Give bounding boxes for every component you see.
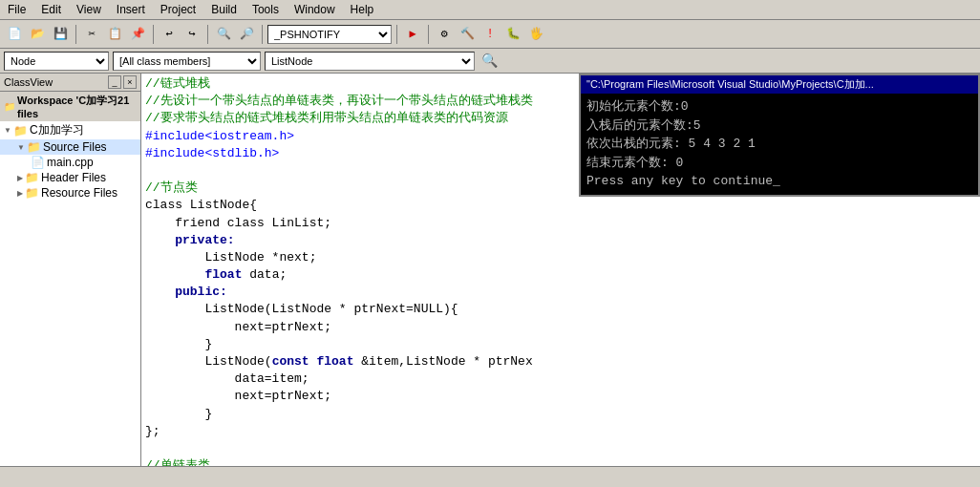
code-line-9: friend class LinList;: [145, 215, 976, 232]
code-line-8: class ListNode{: [145, 197, 976, 214]
sep1: [75, 25, 76, 44]
terminal-line-3: 依次出栈的元素: 5 4 3 2 1: [586, 135, 972, 154]
tree-header-files[interactable]: ▶ 📁 Header Files: [0, 170, 140, 185]
debug-btn[interactable]: 🐛: [502, 24, 523, 45]
tree-source-files[interactable]: ▼ 📁 Source Files: [0, 139, 140, 155]
copy-btn[interactable]: 📋: [104, 24, 125, 45]
terminal-content: 初始化元素个数:0 入栈后的元素个数:5 依次出栈的元素: 5 4 3 2 1 …: [581, 94, 978, 195]
menu-project[interactable]: Project: [157, 2, 200, 17]
sidebar: ClassView _ × 📁 Workspace 'C加学习21 files …: [0, 74, 141, 486]
terminal-line-1: 初始化元素个数:0: [586, 97, 972, 116]
terminal-line-5: Press any key to continue_: [586, 172, 972, 191]
toolbar: 📄 📂 💾 ✂ 📋 📌 ↩ ↪ 🔍 🔎 _PSHNOTIFY ▶ ⚙ 🔨 ! 🐛…: [0, 20, 980, 49]
menu-insert[interactable]: Insert: [113, 2, 149, 17]
menu-window[interactable]: Window: [290, 2, 339, 17]
code-line-10: private:: [145, 232, 976, 249]
terminal-line-2: 入栈后的元素个数:5: [586, 116, 972, 136]
sidebar-header: ClassView _ ×: [0, 74, 140, 92]
paste-btn[interactable]: 📌: [127, 24, 148, 45]
code-line-14: ListNode(ListNode * ptrNext=NULL){: [145, 301, 976, 318]
members-combo[interactable]: [All class members]: [113, 52, 261, 71]
find-btn[interactable]: 🔍: [213, 24, 234, 45]
code-line-22: [145, 440, 976, 457]
buildall-btn[interactable]: !: [479, 24, 501, 45]
menu-view[interactable]: View: [73, 2, 105, 17]
menu-file[interactable]: File: [4, 2, 30, 17]
sep5: [396, 25, 397, 44]
tree-resource-files[interactable]: ▶ 📁 Resource Files: [0, 185, 140, 201]
sep4: [262, 25, 263, 44]
hand-btn[interactable]: 🖐: [525, 24, 546, 45]
menu-help[interactable]: Help: [347, 2, 378, 17]
workspace-title: Workspace 'C加学习21 files: [17, 94, 137, 119]
new-btn[interactable]: 📄: [4, 24, 25, 45]
header-files-label: Header Files: [41, 171, 106, 184]
menu-tools[interactable]: Tools: [248, 2, 283, 17]
tree-project-label: C加加学习: [30, 122, 84, 138]
tree-main-cpp[interactable]: 📄 main.cpp: [0, 155, 140, 170]
sep2: [153, 25, 154, 44]
node-combo[interactable]: Node: [4, 52, 109, 71]
sep3: [207, 25, 208, 44]
pshnotify-combo[interactable]: _PSHNOTIFY: [267, 25, 392, 44]
terminal-window: "C:\Program Files\Microsoft Visual Studi…: [579, 74, 980, 197]
code-line-16: }: [145, 336, 976, 353]
terminal-line-4: 结束元素个数: 0: [586, 154, 972, 173]
sidebar-close-btn[interactable]: ×: [123, 75, 137, 89]
terminal-title: "C:\Program Files\Microsoft Visual Studi…: [586, 77, 874, 92]
menubar: File Edit View Insert Project Build Tool…: [0, 0, 980, 20]
code-line-18: data=item;: [145, 371, 976, 388]
tree-project[interactable]: ▼ 📁 C加加学习: [0, 121, 140, 139]
code-line-12: float data;: [145, 266, 976, 284]
code-line-15: next=ptrNext;: [145, 319, 976, 336]
find2-btn[interactable]: 🔎: [236, 24, 257, 45]
code-editor[interactable]: //链式堆栈 //先设计一个带头结点的单链表类，再设计一个带头结点的链式堆栈类 …: [141, 74, 980, 486]
menu-build[interactable]: Build: [207, 2, 241, 17]
save-btn[interactable]: 💾: [50, 24, 71, 45]
build-btn[interactable]: 🔨: [457, 24, 478, 45]
redo-btn[interactable]: ↪: [181, 24, 202, 45]
workspace-label: 📁 Workspace 'C加学习21 files: [0, 92, 140, 121]
terminal-titlebar: "C:\Program Files\Microsoft Visual Studi…: [581, 75, 978, 94]
undo-btn[interactable]: ↩: [159, 24, 180, 45]
filter-btn[interactable]: 🔍: [479, 51, 500, 72]
sep6: [428, 25, 429, 44]
main-cpp-label: main.cpp: [47, 156, 94, 169]
class-toolbar: Node [All class members] ListNode 🔍: [0, 49, 980, 74]
sidebar-tab[interactable]: ClassView: [4, 76, 53, 88]
compile-btn[interactable]: ⚙: [434, 24, 455, 45]
cut-btn[interactable]: ✂: [81, 24, 102, 45]
code-line-13: public:: [145, 284, 976, 301]
statusbar: [0, 466, 980, 487]
source-files-label: Source Files: [43, 140, 107, 154]
main-area: ClassView _ × 📁 Workspace 'C加学习21 files …: [0, 74, 980, 486]
open-btn[interactable]: 📂: [27, 24, 48, 45]
run-btn[interactable]: ▶: [402, 24, 423, 45]
code-line-20: }: [145, 406, 976, 423]
menu-edit[interactable]: Edit: [37, 2, 65, 17]
sidebar-minimize-btn[interactable]: _: [108, 75, 121, 89]
listnode-combo[interactable]: ListNode: [265, 52, 475, 71]
code-line-19: next=ptrNext;: [145, 388, 976, 405]
code-line-11: ListNode *next;: [145, 249, 976, 266]
resource-files-label: Resource Files: [41, 186, 117, 200]
code-line-17: ListNode(const float &item,ListNode * pt…: [145, 353, 976, 371]
code-line-21: };: [145, 423, 976, 440]
